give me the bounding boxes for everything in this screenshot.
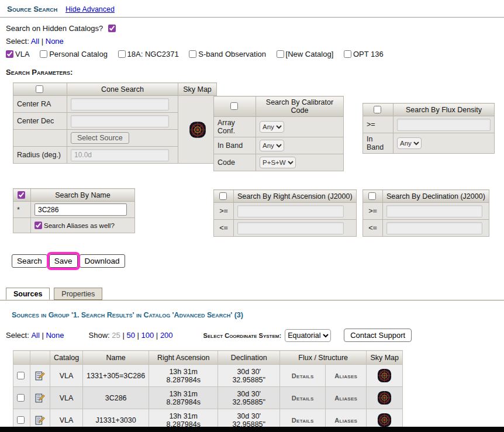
flux-in-band-select[interactable]: Any bbox=[397, 137, 422, 149]
center-ra-input[interactable] bbox=[71, 98, 169, 110]
catalog-option-sband[interactable]: S-band Observation bbox=[189, 50, 266, 58]
sky-map-icon[interactable] bbox=[377, 413, 392, 427]
catalog-checkbox-vla[interactable] bbox=[6, 50, 13, 58]
flux-enable-checkbox[interactable] bbox=[374, 106, 381, 113]
show-label: Show: bbox=[89, 331, 110, 340]
ra-search-panel: Search By Right Ascension (J2000) >= <= bbox=[213, 189, 357, 237]
dec-search-title: Search By Declination (J2000) bbox=[383, 190, 489, 203]
select-none-catalogs-link[interactable]: None bbox=[46, 37, 64, 46]
calib-in-band-label: In Band bbox=[214, 137, 256, 154]
ra-ge-input[interactable] bbox=[237, 205, 344, 217]
search-aliases-option[interactable]: Search Aliases as well? bbox=[34, 222, 115, 230]
header-dec: Declination bbox=[218, 351, 280, 365]
hide-advanced-link[interactable]: Hide Advanced bbox=[65, 5, 115, 13]
aliases-link[interactable]: Aliases bbox=[334, 395, 357, 402]
search-button[interactable]: Search bbox=[12, 254, 47, 268]
sky-map-icon[interactable] bbox=[189, 121, 206, 139]
edit-icon[interactable] bbox=[35, 371, 45, 381]
dec-ge-input[interactable] bbox=[386, 205, 482, 217]
cone-search-panel: Cone Search Sky Map Center RA Cent bbox=[13, 82, 217, 164]
tab-sources[interactable]: Sources bbox=[6, 288, 50, 300]
ra-le-input[interactable] bbox=[237, 222, 344, 234]
calibrator-enable-checkbox[interactable] bbox=[230, 102, 238, 110]
aliases-link[interactable]: Aliases bbox=[334, 372, 357, 379]
catalog-label: Personal Catalog bbox=[49, 50, 108, 58]
contact-support-button[interactable]: Contact Support bbox=[344, 329, 412, 342]
calibrator-code-panel: Search By Calibrator Code Array Conf. An… bbox=[213, 96, 344, 171]
catalog-checkbox-new[interactable] bbox=[277, 50, 284, 58]
row-checkbox[interactable] bbox=[17, 416, 25, 424]
cone-sky-map-header: Sky Map bbox=[178, 83, 217, 96]
sky-map-icon[interactable] bbox=[377, 368, 392, 383]
cell-dec: 30d 30' 32.95885" bbox=[218, 365, 280, 387]
catalog-option-personal[interactable]: Personal Catalog bbox=[40, 50, 108, 58]
cell-catalog: VLA bbox=[50, 387, 83, 409]
catalog-option-new[interactable]: [New Catalog] bbox=[277, 50, 334, 58]
flux-in-band-label: In Band bbox=[363, 133, 393, 154]
cone-search-title: Cone Search bbox=[67, 83, 178, 96]
catalog-checkbox-sband[interactable] bbox=[189, 50, 196, 58]
show-100-link[interactable]: 100 bbox=[141, 331, 154, 340]
row-checkbox[interactable] bbox=[17, 394, 25, 402]
hidden-catalogs-label: Search on Hidden Catalogs? bbox=[6, 24, 103, 33]
row-checkbox[interactable] bbox=[17, 372, 25, 379]
header-flux-structure: Flux / Structure bbox=[280, 351, 367, 365]
catalog-option-vla[interactable]: VLA bbox=[6, 50, 30, 58]
empty-cell bbox=[13, 218, 31, 233]
dec-enable-checkbox[interactable] bbox=[368, 192, 376, 200]
dec-le-input[interactable] bbox=[386, 222, 482, 234]
sources-table: Catalog Name Right Ascension Declination… bbox=[13, 350, 403, 431]
header-catalog: Catalog bbox=[50, 351, 83, 365]
search-aliases-label: Search Aliases as well? bbox=[44, 222, 115, 229]
results-select-none-link[interactable]: None bbox=[46, 331, 64, 340]
show-200-link[interactable]: 200 bbox=[160, 331, 173, 340]
name-input[interactable] bbox=[34, 203, 127, 216]
tab-properties[interactable]: Properties bbox=[54, 288, 102, 300]
select-all-catalogs-link[interactable]: All bbox=[31, 37, 39, 46]
flux-ge-label: >= bbox=[363, 116, 393, 133]
catalog-checkbox-18a[interactable] bbox=[118, 50, 126, 58]
search-aliases-checkbox[interactable] bbox=[34, 222, 42, 229]
separator: | bbox=[42, 37, 43, 46]
radius-label: Radius (deg.) bbox=[13, 147, 67, 164]
details-link[interactable]: Details bbox=[292, 395, 314, 402]
show-50-link[interactable]: 50 bbox=[126, 331, 134, 340]
flux-ge-input[interactable] bbox=[397, 119, 491, 131]
catalog-checkbox-opt136[interactable] bbox=[344, 50, 351, 58]
sky-map-icon[interactable] bbox=[377, 390, 392, 405]
search-parameters-heading: Search Parameters: bbox=[6, 68, 504, 77]
download-button[interactable]: Download bbox=[80, 254, 125, 268]
array-conf-select[interactable]: Any bbox=[260, 121, 284, 133]
name-search-panel: Search By Name * Search Aliases as well? bbox=[13, 188, 135, 233]
dec-le-label: <= bbox=[363, 220, 383, 237]
radius-input[interactable] bbox=[71, 149, 169, 161]
details-link[interactable]: Details bbox=[292, 417, 314, 424]
sources-table-header: Catalog Name Right Ascension Declination… bbox=[13, 351, 403, 365]
results-select-all-link[interactable]: All bbox=[31, 331, 39, 340]
header-edit-col bbox=[30, 351, 50, 365]
calib-in-band-select[interactable]: Any bbox=[260, 140, 284, 151]
catalog-checkbox-personal[interactable] bbox=[40, 50, 47, 58]
catalog-checkbox-row: VLA Personal Catalog 18A: NGC2371 S-band… bbox=[6, 50, 504, 58]
ra-enable-checkbox[interactable] bbox=[219, 192, 227, 200]
catalog-label: VLA bbox=[15, 50, 30, 58]
cell-catalog: VLA bbox=[50, 365, 83, 387]
edit-icon[interactable] bbox=[35, 415, 45, 425]
code-label: Code bbox=[214, 154, 256, 171]
tab-bar: SourcesProperties bbox=[0, 287, 504, 300]
flux-title: Search By Flux Density bbox=[393, 103, 495, 116]
aliases-link[interactable]: Aliases bbox=[334, 417, 357, 424]
code-select[interactable]: P+S+W bbox=[260, 157, 296, 168]
catalog-option-opt136[interactable]: OPT 136 bbox=[344, 50, 384, 58]
group-heading: Sources in Group '1. Search Results' in … bbox=[12, 311, 504, 319]
hidden-catalogs-checkbox[interactable] bbox=[108, 25, 116, 32]
edit-icon[interactable] bbox=[35, 393, 45, 403]
select-source-button[interactable]: Select Source bbox=[71, 132, 129, 144]
name-enable-checkbox[interactable] bbox=[18, 191, 25, 199]
coordinate-system-select[interactable]: Equatorial bbox=[285, 329, 331, 342]
catalog-option-18a[interactable]: 18A: NGC2371 bbox=[118, 50, 179, 58]
save-button[interactable]: Save bbox=[49, 254, 78, 268]
details-link[interactable]: Details bbox=[292, 372, 314, 379]
cone-search-enable-checkbox[interactable] bbox=[36, 85, 43, 93]
center-dec-input[interactable] bbox=[71, 115, 169, 127]
